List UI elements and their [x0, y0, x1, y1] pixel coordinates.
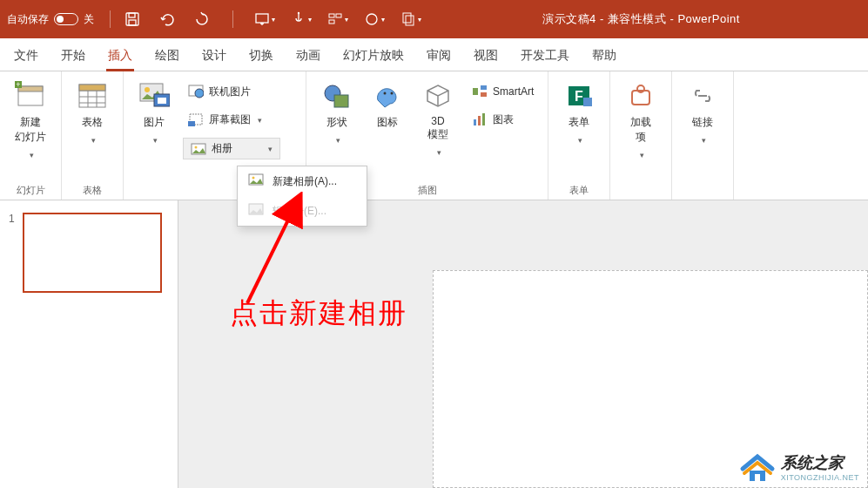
- watermark-title: 系统之家: [781, 452, 859, 473]
- addins-button[interactable]: 加载 项: [619, 77, 663, 164]
- svg-rect-44: [583, 98, 592, 106]
- tab-draw[interactable]: 绘图: [153, 41, 181, 71]
- caret-down-icon: [700, 133, 706, 146]
- table-button[interactable]: 表格: [71, 77, 114, 149]
- svg-point-23: [145, 87, 150, 92]
- new-slide-button[interactable]: + 新建 幻灯片: [9, 77, 52, 164]
- tab-developer[interactable]: 开发工具: [519, 41, 571, 71]
- photo-album-button[interactable]: 相册 ▾: [183, 138, 280, 159]
- svg-point-34: [384, 92, 387, 95]
- quick-access-toolbar: ▾ ▾ ▾ ▾ ▾: [123, 10, 421, 29]
- smartart-button[interactable]: SmartArt: [467, 80, 539, 103]
- icons-icon: [372, 80, 403, 112]
- svg-rect-37: [481, 85, 487, 90]
- window-title: 演示文稿4 - 兼容性模式 - PowerPoint: [421, 11, 861, 27]
- undo-button[interactable]: [158, 10, 177, 29]
- table-icon: [77, 80, 108, 112]
- slide-thumbnail[interactable]: [23, 213, 162, 293]
- svg-rect-6: [336, 14, 341, 17]
- svg-rect-10: [406, 16, 414, 25]
- group-label: 表单: [557, 180, 601, 198]
- link-button[interactable]: 链接: [681, 77, 724, 149]
- 3d-models-button[interactable]: 3D 模型: [416, 77, 460, 161]
- svg-rect-9: [403, 13, 411, 23]
- svg-rect-38: [481, 92, 487, 97]
- ribbon-tabstrip: 文件 开始 插入 绘图 设计 切换 动画 幻灯片放映 审阅 视图 开发工具 帮助: [0, 38, 868, 71]
- svg-line-50: [247, 197, 299, 303]
- tab-review[interactable]: 审阅: [425, 41, 453, 71]
- tab-slideshow[interactable]: 幻灯片放映: [341, 41, 406, 71]
- autosave-label: 自动保存: [7, 12, 49, 27]
- tab-help[interactable]: 帮助: [590, 41, 618, 71]
- new-album-label: 新建相册(A)...: [273, 174, 337, 189]
- qat-slideshow-button[interactable]: ▾: [254, 11, 275, 27]
- tab-design[interactable]: 设计: [200, 41, 228, 71]
- smartart-label: SmartArt: [493, 85, 534, 98]
- album-icon: [248, 173, 264, 189]
- tab-insert[interactable]: 插入: [106, 41, 134, 71]
- caret-down-icon: ▾: [268, 145, 273, 153]
- annotation-text: 点击新建相册: [230, 295, 407, 333]
- autosave-toggle[interactable]: 自动保存 关: [7, 12, 94, 27]
- screenshot-icon: [188, 112, 204, 127]
- svg-rect-12: [18, 86, 43, 92]
- svg-rect-1: [129, 13, 135, 17]
- caret-down-icon: [334, 133, 340, 146]
- svg-rect-3: [256, 14, 268, 23]
- svg-rect-33: [334, 95, 348, 107]
- tab-animations[interactable]: 动画: [294, 41, 322, 71]
- picture-button[interactable]: 图片: [132, 77, 176, 149]
- svg-rect-2: [129, 20, 136, 25]
- screenshot-button[interactable]: 屏幕截图: [183, 108, 280, 131]
- svg-point-4: [298, 12, 299, 14]
- house-icon: [739, 451, 776, 483]
- shapes-button[interactable]: 形状: [315, 77, 359, 149]
- qat-paste-button[interactable]: ▾: [400, 11, 421, 27]
- caret-down-icon: [576, 133, 582, 146]
- link-label: 链接: [692, 115, 713, 130]
- smartart-icon: [472, 84, 488, 99]
- tab-home[interactable]: 开始: [59, 41, 87, 71]
- chart-icon: [472, 112, 488, 127]
- qat-shape-button[interactable]: ▾: [364, 11, 385, 27]
- chart-label: 图表: [493, 112, 514, 127]
- slide-thumbnail-row[interactable]: 1: [9, 213, 169, 293]
- workspace: 1: [0, 200, 868, 488]
- caret-down-icon: [90, 133, 96, 146]
- picture-label: 图片: [144, 115, 165, 130]
- album-label: 相册: [212, 141, 232, 156]
- tab-view[interactable]: 视图: [472, 41, 500, 71]
- form-icon: F: [563, 80, 595, 112]
- tab-transitions[interactable]: 切换: [247, 41, 275, 71]
- watermark: 系统之家 XITONGZHIJIA.NET: [739, 451, 859, 483]
- svg-rect-36: [473, 88, 478, 95]
- icons-button[interactable]: 图标: [366, 77, 409, 133]
- form-button[interactable]: F 表单: [557, 77, 601, 149]
- addins-label: 加载 项: [630, 115, 651, 145]
- cube-icon: [422, 80, 454, 112]
- qat-layout-button[interactable]: ▾: [327, 11, 348, 27]
- svg-point-35: [391, 92, 394, 95]
- new-slide-label: 新建 幻灯片: [15, 115, 46, 145]
- chart-button[interactable]: 图表: [467, 108, 539, 131]
- group-label: [681, 180, 724, 198]
- separator: [232, 10, 233, 28]
- redo-button[interactable]: [192, 10, 212, 29]
- svg-rect-40: [478, 116, 481, 125]
- screenshot-label: 屏幕截图: [209, 112, 251, 127]
- online-pictures-button[interactable]: 联机图片: [183, 80, 280, 103]
- svg-point-48: [252, 177, 255, 180]
- slide-panel[interactable]: 1: [0, 200, 178, 488]
- save-button[interactable]: [123, 10, 142, 29]
- title-bar: 自动保存 关 ▾ ▾ ▾ ▾ ▾: [0, 0, 868, 38]
- svg-point-31: [195, 146, 198, 148]
- tab-file[interactable]: 文件: [12, 41, 40, 71]
- group-label: 表格: [71, 180, 114, 198]
- svg-rect-52: [755, 474, 760, 481]
- form-label: 表单: [569, 115, 589, 130]
- shapes-icon: [321, 80, 353, 112]
- svg-rect-39: [474, 119, 476, 125]
- separator: [110, 10, 111, 28]
- toggle-switch-icon: [54, 13, 78, 25]
- qat-touch-button[interactable]: ▾: [291, 11, 312, 27]
